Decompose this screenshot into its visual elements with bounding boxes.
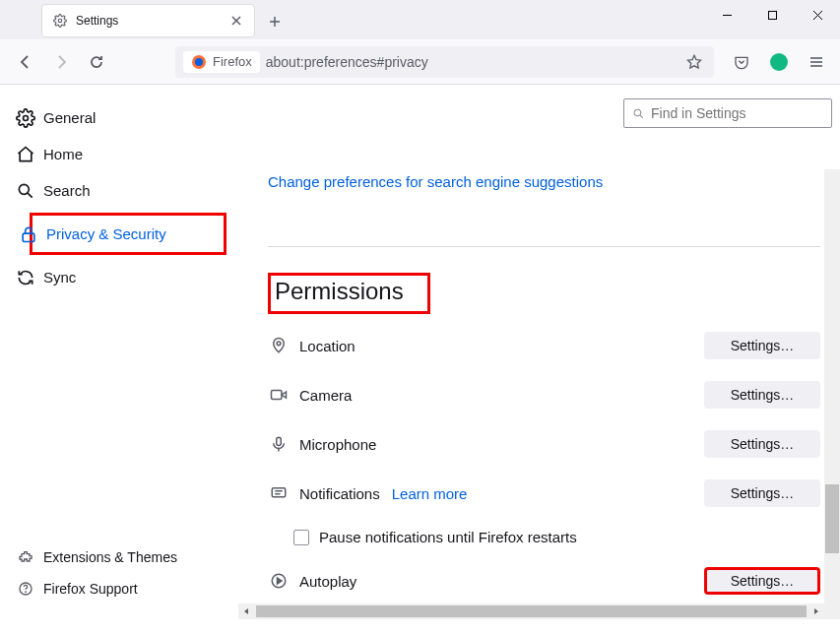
search-icon — [632, 107, 645, 120]
svg-marker-31 — [278, 578, 283, 584]
bookmark-star-icon[interactable] — [682, 50, 706, 74]
svg-point-16 — [19, 184, 29, 194]
sidebar-item-extensions[interactable]: Extensions & Themes — [0, 541, 236, 573]
microphone-icon — [268, 433, 290, 455]
microphone-settings-button[interactable]: Settings… — [704, 430, 820, 458]
help-icon — [16, 579, 35, 599]
horizontal-scrollbar[interactable] — [238, 603, 824, 619]
gear-icon — [16, 108, 35, 128]
svg-line-17 — [28, 193, 32, 198]
svg-point-21 — [634, 109, 641, 116]
app-menu-icon[interactable] — [803, 48, 830, 76]
sidebar-item-sync[interactable]: Sync — [0, 259, 236, 295]
pause-notifications-row: Pause notifications until Firefox restar… — [293, 529, 820, 545]
sidebar-item-privacy-security[interactable]: Privacy & Security — [30, 213, 226, 255]
pause-notifications-checkbox[interactable] — [293, 530, 309, 545]
sync-icon — [16, 268, 35, 287]
find-in-settings[interactable] — [623, 98, 832, 128]
svg-point-23 — [277, 342, 281, 346]
svg-rect-24 — [272, 391, 283, 400]
svg-point-15 — [24, 115, 29, 120]
site-identity[interactable]: Firefox — [183, 51, 260, 73]
svg-point-20 — [26, 592, 27, 593]
vertical-scrollbar-thumb[interactable] — [825, 484, 839, 553]
permission-row-location: Location Settings… — [268, 332, 820, 359]
permission-label: Notifications — [299, 485, 380, 502]
change-search-preferences-link[interactable]: Change preferences for search engine sug… — [268, 173, 603, 190]
permission-row-camera: Camera Settings… — [268, 381, 820, 409]
svg-marker-36 — [814, 608, 818, 614]
browser-tab-settings[interactable]: Settings — [41, 4, 255, 37]
search-suggestions-link-row: Change preferences for search engine sug… — [268, 173, 820, 191]
pause-notifications-label: Pause notifications until Firefox restar… — [319, 529, 577, 545]
pocket-icon[interactable] — [728, 48, 755, 76]
location-settings-button[interactable]: Settings… — [704, 332, 820, 359]
scroll-corner — [824, 603, 840, 619]
address-bar[interactable]: Firefox about:preferences#privacy — [175, 46, 714, 78]
back-button[interactable] — [10, 46, 41, 78]
firefox-icon — [191, 54, 207, 70]
notifications-learn-more-link[interactable]: Learn more — [392, 485, 468, 502]
svg-rect-27 — [272, 488, 286, 497]
svg-point-10 — [195, 58, 203, 66]
scroll-left-button[interactable] — [238, 603, 254, 619]
vertical-scrollbar[interactable] — [824, 169, 840, 603]
maximize-button[interactable] — [749, 0, 795, 30]
sidebar-item-label: Privacy & Security — [46, 225, 166, 242]
permission-label: Autoplay — [299, 573, 356, 590]
toolbar-actions — [728, 48, 830, 76]
sidebar-item-label: Search — [43, 182, 91, 199]
autoplay-settings-button[interactable]: Settings… — [704, 567, 820, 595]
tab-strip: Settings — [0, 0, 289, 37]
title-bar: Settings — [0, 0, 840, 39]
window-close-button[interactable] — [795, 0, 840, 30]
home-icon — [16, 145, 35, 164]
puzzle-icon — [16, 547, 35, 567]
find-input[interactable] — [651, 105, 823, 121]
main-scroll: Change preferences for search engine sug… — [236, 85, 840, 619]
sidebar-item-general[interactable]: General — [0, 99, 236, 136]
search-icon — [16, 181, 35, 201]
sidebar-item-search[interactable]: Search — [0, 172, 236, 209]
sidebar-item-label: Extensions & Themes — [43, 549, 177, 565]
lock-icon — [19, 224, 38, 244]
permission-row-notifications: Notifications Learn more Settings… — [268, 479, 820, 507]
svg-rect-18 — [23, 233, 34, 241]
scroll-right-button[interactable] — [808, 603, 824, 619]
svg-line-22 — [640, 114, 643, 117]
sidebar-item-home[interactable]: Home — [0, 136, 236, 172]
permission-row-microphone: Microphone Settings… — [268, 430, 820, 458]
sidebar-item-label: General — [43, 109, 96, 126]
permissions-heading: Permissions — [268, 273, 430, 314]
grammarly-icon[interactable] — [765, 48, 793, 76]
navigation-toolbar: Firefox about:preferences#privacy — [0, 39, 840, 85]
autoplay-icon — [268, 570, 290, 592]
horizontal-scrollbar-thumb[interactable] — [256, 605, 807, 617]
svg-rect-25 — [277, 437, 282, 445]
camera-icon — [268, 384, 290, 406]
notifications-settings-button[interactable]: Settings… — [704, 479, 820, 507]
camera-settings-button[interactable]: Settings… — [704, 381, 820, 409]
tab-title: Settings — [76, 14, 228, 28]
permission-label: Microphone — [299, 436, 376, 453]
window-controls — [704, 0, 840, 30]
location-icon — [268, 335, 290, 356]
forward-button[interactable] — [45, 46, 77, 78]
permission-label: Camera — [299, 387, 352, 404]
divider — [268, 246, 820, 247]
sidebar-item-support[interactable]: Firefox Support — [0, 573, 236, 604]
new-tab-button[interactable] — [261, 8, 289, 35]
svg-rect-6 — [768, 11, 776, 19]
sidebar-item-label: Firefox Support — [43, 581, 138, 597]
content-area: General Home Search Privacy & Security S… — [0, 85, 840, 619]
svg-marker-35 — [244, 608, 248, 614]
reload-button[interactable] — [81, 46, 112, 78]
identity-label: Firefox — [213, 54, 252, 69]
minimize-button[interactable] — [704, 0, 749, 30]
close-icon[interactable] — [228, 13, 244, 29]
sidebar-item-label: Home — [43, 146, 83, 162]
settings-sidebar: General Home Search Privacy & Security S… — [0, 85, 236, 619]
gear-icon — [52, 13, 68, 29]
svg-marker-11 — [687, 55, 700, 68]
url-text: about:preferences#privacy — [266, 54, 682, 70]
